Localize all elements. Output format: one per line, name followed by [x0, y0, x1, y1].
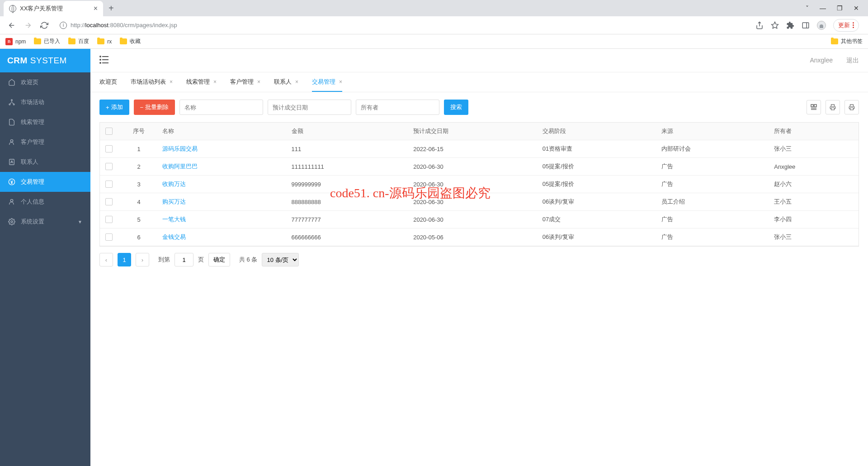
row-checkbox[interactable] [105, 181, 113, 188]
row-checkbox[interactable] [105, 163, 113, 170]
reload-button[interactable] [38, 19, 51, 32]
bookmark-item[interactable]: rx [97, 38, 112, 45]
url-input[interactable]: i http://localhost:8080/crm/pages/index.… [54, 19, 752, 32]
row-checkbox[interactable] [105, 145, 113, 152]
columns-icon[interactable] [807, 100, 821, 114]
sidepanel-icon[interactable] [802, 21, 810, 29]
tab-label: 市场活动列表 [131, 78, 166, 86]
sidebar-item-networking[interactable]: 市场活动 [0, 92, 90, 112]
new-tab-button[interactable]: + [108, 3, 114, 14]
content-tab[interactable]: 客户管理× [230, 72, 260, 92]
cell-source: 广告 [656, 211, 769, 228]
minimize-icon[interactable]: — [820, 5, 826, 12]
sidebar-item-address[interactable]: 联系人 [0, 152, 90, 172]
add-button[interactable]: +添加 [99, 100, 129, 115]
svg-point-11 [11, 221, 13, 223]
deal-name-link[interactable]: 一笔大钱 [162, 216, 186, 223]
bookmark-label: 已导入 [44, 38, 60, 45]
tab-close-icon[interactable]: × [213, 79, 217, 85]
networking-icon [8, 99, 15, 106]
bookmark-label: 百度 [78, 38, 89, 45]
svg-point-5 [11, 100, 13, 101]
update-button[interactable]: 更新 [833, 19, 859, 32]
goto-confirm-button[interactable]: 确定 [208, 253, 230, 266]
sidebar-item-lead[interactable]: 线索管理 [0, 112, 90, 132]
cell-amount: 888888888 [286, 193, 408, 211]
next-page-button[interactable]: › [136, 253, 149, 266]
per-page-select[interactable]: 10 条/页 [262, 253, 299, 266]
sidebar-item-person[interactable]: 客户管理 [0, 132, 90, 152]
deal-name-link[interactable]: 源码乐园交易 [162, 145, 198, 152]
date-input[interactable] [268, 100, 351, 115]
deal-name-link[interactable]: 收购万达 [162, 181, 186, 187]
maximize-icon[interactable]: ❐ [837, 5, 843, 12]
tab-label: 联系人 [274, 78, 292, 86]
site-info-icon[interactable]: i [60, 22, 67, 29]
tab-close-icon[interactable]: × [295, 79, 298, 85]
prev-page-button[interactable]: ‹ [99, 253, 113, 266]
cell-num: 3 [121, 176, 157, 193]
back-button[interactable] [5, 19, 18, 32]
tab-close-icon[interactable]: × [170, 79, 173, 85]
bookmark-item[interactable]: nnpm [5, 38, 26, 45]
bookmark-item[interactable]: 百度 [68, 38, 89, 45]
content-tab[interactable]: 交易管理× [312, 72, 342, 92]
profile-avatar-icon[interactable] [817, 21, 826, 30]
bookmark-star-icon[interactable] [771, 21, 779, 29]
page-1-button[interactable]: 1 [118, 253, 131, 266]
export-icon[interactable] [844, 100, 859, 114]
content-tab[interactable]: 联系人× [274, 72, 298, 92]
content-tab[interactable]: 线索管理× [186, 72, 217, 92]
share-icon[interactable] [755, 21, 764, 29]
tab-close-icon[interactable]: × [257, 79, 260, 85]
logout-link[interactable]: 退出 [846, 57, 859, 65]
name-input[interactable] [179, 100, 263, 115]
svg-marker-0 [772, 22, 778, 28]
table-row: 2收购阿里巴巴11111111112020-06-3005提案/报价广告Anxg… [100, 158, 859, 176]
sidebar-item-home[interactable]: 欢迎页 [0, 72, 90, 92]
row-checkbox[interactable] [105, 216, 113, 223]
goto-label: 到第 [158, 256, 170, 264]
tab-close-icon[interactable]: × [339, 79, 342, 85]
goto-page-input[interactable] [175, 253, 193, 266]
svg-rect-19 [814, 105, 816, 107]
row-checkbox[interactable] [105, 233, 113, 241]
row-checkbox[interactable] [105, 198, 113, 205]
pagination: ‹ 1 › 到第 页 确定 共 6 条 10 条/页 [90, 247, 868, 273]
svg-rect-1 [802, 23, 809, 28]
npm-icon: n [5, 38, 13, 45]
cell-amount: 666666666 [286, 228, 408, 246]
deal-name-link[interactable]: 金钱交易 [162, 233, 186, 240]
content-tab[interactable]: 市场活动列表× [131, 72, 173, 92]
deal-name-link[interactable]: 收购阿里巴巴 [162, 163, 198, 170]
url-text: http://localhost:8080/crm/pages/index.js… [71, 22, 177, 29]
extensions-icon[interactable] [786, 21, 794, 29]
user-name[interactable]: Anxglee [810, 57, 833, 65]
search-button[interactable]: 搜索 [444, 100, 468, 115]
folder-icon [68, 38, 75, 44]
select-all-checkbox[interactable] [105, 128, 113, 135]
bookmark-item[interactable]: 已导入 [34, 38, 60, 45]
owner-input[interactable] [356, 100, 439, 115]
dropdown-icon[interactable]: ˅ [806, 5, 809, 12]
column-header: 金额 [286, 123, 408, 140]
address-bar: i http://localhost:8080/crm/pages/index.… [0, 16, 868, 34]
content-tabs: 欢迎页市场活动列表×线索管理×客户管理×联系人×交易管理× [90, 72, 868, 92]
sidebar-item-account[interactable]: 个人信息 [0, 192, 90, 212]
print-icon[interactable] [826, 100, 840, 114]
cell-owner: 张小三 [769, 228, 859, 246]
content-tab[interactable]: 欢迎页 [99, 72, 117, 92]
tab-close-icon[interactable]: × [94, 5, 98, 13]
sidebar-item-money[interactable]: 交易管理 [0, 172, 90, 192]
forward-button[interactable] [22, 19, 34, 32]
sidebar-item-gear[interactable]: 系统设置▼ [0, 212, 90, 232]
hamburger-icon[interactable] [99, 56, 108, 65]
deal-name-link[interactable]: 购买万达 [162, 198, 186, 205]
sidebar-item-label: 欢迎页 [21, 78, 38, 86]
browser-tab[interactable]: XX客户关系管理 × [4, 1, 103, 16]
bookmark-item[interactable]: 收藏 [120, 38, 141, 45]
batch-delete-button[interactable]: −批量删除 [134, 100, 175, 115]
cell-stage: 05提案/报价 [537, 158, 656, 176]
close-window-icon[interactable]: ✕ [854, 5, 859, 12]
other-bookmarks[interactable]: 其他书签 [831, 38, 863, 45]
